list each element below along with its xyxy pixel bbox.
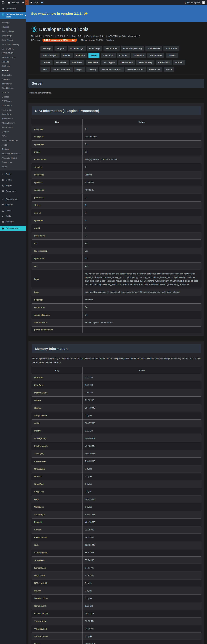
section-tab[interactable]: APIs [40,67,50,72]
plugin-submenu-item[interactable]: About [0,164,26,169]
table-row: wp yes [32,262,201,270]
section-tab[interactable]: Shortcode Finder [51,67,73,72]
section-tab[interactable]: Resources [147,67,162,72]
plugin-submenu-item[interactable]: Cookies [0,77,26,82]
section-tab[interactable]: Globals [166,53,178,58]
section-tab[interactable]: Defines [40,60,52,65]
section-tab[interactable]: Media Library [136,60,154,65]
cpu-table-key-header: Key [32,119,83,125]
plugin-submenu-item[interactable]: Server [0,68,26,73]
section-tab[interactable]: Transients [131,53,146,58]
sidebar-item-tools[interactable]: Tools [0,213,26,219]
section-tab[interactable]: Functions.php [40,53,60,58]
section-tab[interactable]: DB Tables [54,60,68,65]
collapse-menu-button[interactable]: Collapse Menu [0,226,26,231]
plugin-submenu-item[interactable]: Site Options [0,86,26,90]
whats-new-banner[interactable]: See what's new in version 2.1.1! ✨ [26,5,207,22]
sidebar-item-plugins[interactable]: Plugins [0,202,26,208]
section-tab[interactable]: Available Functions [100,67,124,72]
table-row: SwapTotal 0 bytes [32,480,201,488]
plugin-submenu-item[interactable]: PHP Info [0,64,26,68]
plugin-submenu-item[interactable]: Available Hooks [0,156,26,160]
section-tab[interactable]: Taxonomies [118,60,135,65]
section-tab[interactable]: Cron Jobs [101,53,116,58]
plugin-submenu-item[interactable]: Plugins [0,25,26,29]
plugin-submenu-item[interactable]: Activity Logs [0,29,26,34]
section-tab[interactable]: Server [88,53,100,58]
section-tab[interactable]: Cookies [117,53,130,58]
plugin-submenu-item[interactable]: Auto-Drafts [0,125,26,130]
table-row: WritebackTmp 0 bytes [32,594,201,602]
sidebar-item-posts[interactable]: Posts [0,172,26,177]
section-tab[interactable]: PHP.INI [61,53,72,58]
sidebar-item-settings[interactable]: Settings [0,219,26,225]
plugin-submenu-item[interactable]: PHP.INI [0,60,26,64]
sidebar-item-pages[interactable]: Pages [0,183,26,188]
section-tab[interactable]: Error Logs [87,46,102,51]
section-tab[interactable]: Error Suppressing [121,46,144,51]
sidebar-item-developer-debug-tools[interactable]: Developer Debug Tools [0,12,26,20]
section-tab[interactable]: Testing [86,67,98,72]
section-tab[interactable]: Activity Logs [68,46,86,51]
table-row: Buffers 79.68 MB [32,396,201,404]
plugin-submenu-item[interactable]: APIs [0,134,26,138]
sidebar-item-appearance[interactable]: Appearance [0,196,26,202]
section-tab[interactable]: PHP Info [74,53,87,58]
brush-icon [2,198,4,200]
comment-count-badge[interactable]: 0 [24,0,28,5]
section-tab[interactable]: Plugins [54,46,67,51]
row-key: physical id [32,194,83,201]
section-tab[interactable]: Error Types [104,46,120,51]
plugin-submenu-item[interactable]: Media Library [0,121,26,125]
book-icon [41,2,44,4]
plugin-submenu-item[interactable]: Transients [0,82,26,86]
plugin-submenu-item[interactable]: HTACCESS [0,51,26,55]
section-tab[interactable]: Available Hooks [125,67,146,72]
section-tab[interactable]: HTACCESS [163,46,179,51]
new-content-menu[interactable]: New [28,0,39,5]
meta-item: jQuery 3.7.1 [68,35,82,37]
comments-menu[interactable] [20,0,24,5]
plugin-submenu-item[interactable]: Functions.php [0,55,26,60]
plugin-submenu-item[interactable]: Domain [0,130,26,134]
section-tab[interactable]: Settings [40,46,53,51]
plugin-submenu-item[interactable]: Globals [0,90,26,94]
user-account-menu[interactable]: (User ID: 1) user [184,0,207,5]
section-tab[interactable]: Post Meta [86,60,100,65]
plugin-submenu-item[interactable]: Post Types [0,112,26,116]
section-tab[interactable]: Auto-Drafts [156,60,172,65]
row-value: 469.16 MB [83,518,201,526]
plugin-submenu-item[interactable]: Resources [0,160,26,164]
plugin-submenu-item[interactable]: Error Suppressing [0,42,26,46]
row-key: bogomips [32,296,83,304]
plugin-submenu-item[interactable]: Available Functions [0,152,26,156]
plugin-submenu-item[interactable]: Taxonomies [0,116,26,121]
sidebar-item-comments[interactable]: Comments [0,188,26,194]
docs-menu[interactable] [39,0,45,5]
plugin-submenu-item[interactable]: Error Logs [0,34,26,38]
plugin-submenu-item[interactable]: Post Meta [0,108,26,112]
plugin-submenu-item[interactable]: Settings [0,20,26,25]
plugin-submenu-item[interactable]: Error Types [0,38,26,42]
section-tab[interactable]: Site Options [147,53,164,58]
sidebar-item-media[interactable]: Media [0,177,26,183]
row-value: 32.05 MB [83,526,201,534]
plugin-submenu-item[interactable]: WP-CONFIG [0,46,26,51]
plugin-submenu-item[interactable]: Defines [0,94,26,99]
sidebar-item-users[interactable]: Users [0,208,26,213]
section-tab[interactable]: WP-CONFIG [146,46,162,51]
plugin-submenu-item[interactable]: Cron Jobs [0,73,26,77]
wordpress-logo-menu[interactable] [0,0,6,5]
plugin-submenu-item[interactable]: DB Tables [0,99,26,103]
sidebar-item-dashboard[interactable]: Dashboard [0,5,26,12]
plugin-submenu-item[interactable]: Shortcode Finder [0,138,26,143]
section-tab[interactable]: Regex [74,67,85,72]
section-tab[interactable]: Post Types [102,60,117,65]
plugin-submenu-item[interactable]: User Meta [0,103,26,108]
plugin-submenu-item[interactable]: Regex [0,143,26,147]
site-name-menu[interactable]: Test site [6,0,20,5]
section-tab[interactable]: About [164,67,174,72]
section-tab[interactable]: Domain [173,60,185,65]
section-tab[interactable]: User Meta [70,60,84,65]
plugin-submenu-item[interactable]: Testing [0,147,26,152]
